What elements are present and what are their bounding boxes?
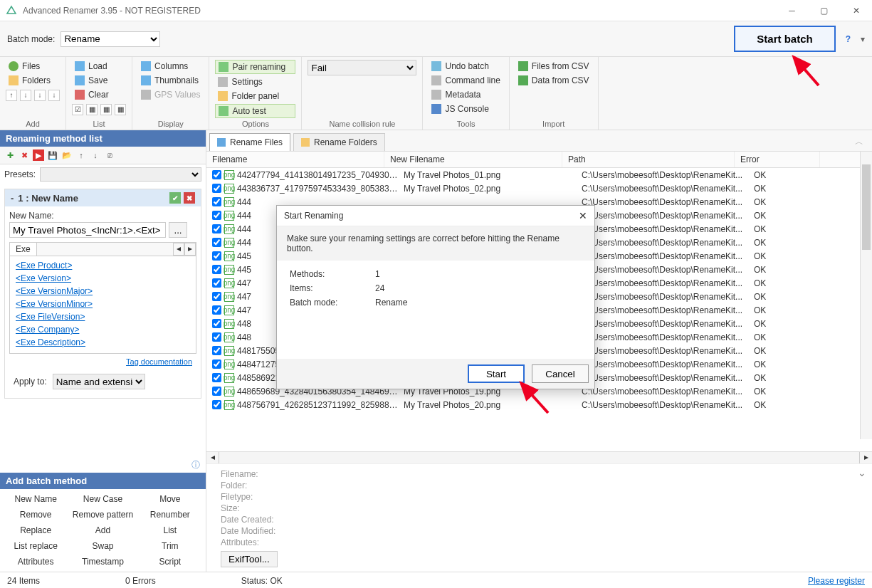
auto-test-toggle[interactable]: Auto test: [215, 104, 295, 118]
tag-link[interactable]: <Exe Version>: [16, 272, 190, 285]
command-line-button[interactable]: Command line: [429, 74, 503, 87]
table-row[interactable]: png443836737_417975974533439_8053835...M…: [206, 182, 872, 195]
new-name-input[interactable]: [9, 222, 166, 238]
browse-tags-button[interactable]: ...: [169, 222, 187, 238]
row-checkbox[interactable]: [212, 211, 221, 220]
display-thumbnails-button[interactable]: Thumbnails: [138, 74, 203, 87]
method-close-icon[interactable]: ✖: [184, 192, 195, 204]
list-clear-button[interactable]: Clear: [72, 88, 126, 101]
horizontal-scrollbar[interactable]: ◂▸: [206, 451, 872, 463]
add-folders-button[interactable]: Folders: [6, 74, 60, 87]
tag-link[interactable]: <Exe FileVersion>: [16, 310, 190, 323]
up-icon[interactable]: ↑: [75, 149, 87, 161]
add-icon[interactable]: ✚: [4, 149, 16, 161]
add-batch-method-item[interactable]: Replace: [3, 523, 68, 537]
start-batch-button[interactable]: Start batch: [734, 26, 835, 52]
row-checkbox[interactable]: [212, 359, 221, 369]
row-checkbox[interactable]: [212, 278, 221, 288]
add-batch-method-item[interactable]: New Case: [70, 492, 135, 506]
list-save-button[interactable]: Save: [72, 74, 126, 87]
tag-documentation-link[interactable]: Tag documentation: [126, 357, 192, 366]
tab-rename-folders[interactable]: Rename Folders: [293, 133, 385, 151]
row-checkbox[interactable]: [212, 292, 221, 301]
row-checkbox[interactable]: [212, 265, 221, 274]
row-checkbox[interactable]: [212, 373, 221, 382]
table-row[interactable]: png448756791_426285123711992_8259887...M…: [206, 398, 872, 411]
metadata-button[interactable]: Metadata: [429, 88, 503, 101]
load-icon[interactable]: 📂: [61, 149, 73, 161]
row-checkbox[interactable]: [212, 251, 221, 261]
row-checkbox[interactable]: [212, 332, 221, 342]
delete-icon[interactable]: ✖: [19, 149, 30, 161]
files-from-csv-button[interactable]: Files from CSV: [515, 60, 592, 73]
small-btn[interactable]: ▦: [115, 104, 126, 115]
close-button[interactable]: ✕: [840, 1, 872, 21]
minimize-button[interactable]: ─: [776, 1, 808, 21]
add-batch-method-item[interactable]: Attributes: [3, 555, 68, 569]
dropdown-icon[interactable]: ▾: [861, 34, 865, 44]
small-btn[interactable]: ↓: [20, 90, 31, 101]
down-icon[interactable]: ↓: [90, 149, 101, 161]
settings-button[interactable]: Settings: [215, 75, 295, 88]
presets-select[interactable]: [40, 167, 201, 182]
vertical-scrollbar[interactable]: [860, 152, 872, 439]
save-icon[interactable]: 💾: [47, 149, 58, 161]
dialog-close-button[interactable]: ✕: [579, 210, 587, 221]
pair-renaming-toggle[interactable]: Pair renaming: [215, 60, 295, 74]
row-checkbox[interactable]: [212, 184, 221, 193]
expand-icon[interactable]: ⌄: [858, 467, 866, 478]
add-batch-method-item[interactable]: Add: [70, 523, 135, 537]
video-icon[interactable]: ▶: [33, 149, 44, 161]
tag-link[interactable]: <Exe VersionMajor>: [16, 285, 190, 298]
help-icon[interactable]: ?: [846, 34, 851, 44]
tag-link[interactable]: <Exe Product>: [16, 259, 190, 272]
list-load-button[interactable]: Load: [72, 60, 126, 73]
batch-mode-select[interactable]: Rename: [61, 31, 160, 47]
js-console-button[interactable]: JS Console: [429, 103, 503, 115]
collision-rule-select[interactable]: Fail: [308, 60, 416, 75]
info-icon[interactable]: ⓘ: [0, 458, 206, 473]
please-register-link[interactable]: Please register: [808, 576, 865, 586]
collapse-icon[interactable]: ︿: [849, 133, 869, 151]
add-batch-method-item[interactable]: Timestamp: [70, 555, 135, 569]
add-batch-method-item[interactable]: New Name: [3, 492, 68, 506]
row-checkbox[interactable]: [212, 170, 221, 179]
tag-link[interactable]: <Exe Company>: [16, 323, 190, 336]
add-batch-method-item[interactable]: Move: [137, 492, 203, 506]
add-batch-method-item[interactable]: List: [137, 523, 203, 537]
add-batch-method-item[interactable]: Swap: [70, 539, 135, 553]
add-batch-method-item[interactable]: Remove pattern: [70, 508, 135, 522]
add-files-button[interactable]: Files: [6, 60, 60, 73]
row-checkbox[interactable]: [212, 305, 221, 315]
clear-icon[interactable]: ⎚: [104, 149, 115, 161]
add-batch-method-item[interactable]: Renumber: [137, 508, 203, 522]
row-checkbox[interactable]: [212, 400, 221, 409]
undo-batch-button[interactable]: Undo batch: [429, 60, 503, 73]
tag-tab-exe[interactable]: Exe: [9, 242, 37, 256]
add-batch-method-item[interactable]: Script: [137, 555, 203, 569]
dialog-cancel-button[interactable]: Cancel: [532, 364, 589, 383]
row-checkbox[interactable]: [212, 387, 221, 396]
small-btn[interactable]: ↑: [6, 90, 17, 101]
small-btn[interactable]: ↓: [34, 90, 46, 101]
row-checkbox[interactable]: [212, 238, 221, 247]
table-row[interactable]: png442477794_414138014917235_7049308...M…: [206, 168, 872, 182]
method-enabled-icon[interactable]: ✔: [169, 192, 181, 204]
tag-next-button[interactable]: ▸: [184, 243, 196, 256]
row-checkbox[interactable]: [212, 197, 221, 206]
apply-to-select[interactable]: Name and extension: [53, 374, 145, 389]
display-gps-button[interactable]: GPS Values: [138, 88, 203, 101]
add-batch-method-item[interactable]: Trim: [137, 539, 203, 553]
tab-rename-files[interactable]: Rename Files: [209, 133, 290, 151]
add-batch-method-item[interactable]: List replace: [3, 539, 68, 553]
tag-prev-button[interactable]: ◂: [173, 243, 184, 256]
small-btn[interactable]: ↓: [48, 90, 60, 101]
row-checkbox[interactable]: [212, 346, 221, 355]
row-checkbox[interactable]: [212, 224, 221, 233]
dialog-start-button[interactable]: Start: [468, 364, 525, 383]
add-batch-method-item[interactable]: Remove: [3, 508, 68, 522]
method-1-header[interactable]: - 1 : New Name ✔✖: [5, 189, 201, 206]
display-columns-button[interactable]: Columns: [138, 60, 203, 73]
maximize-button[interactable]: ▢: [808, 1, 840, 21]
folder-panel-button[interactable]: Folder panel: [215, 90, 295, 103]
